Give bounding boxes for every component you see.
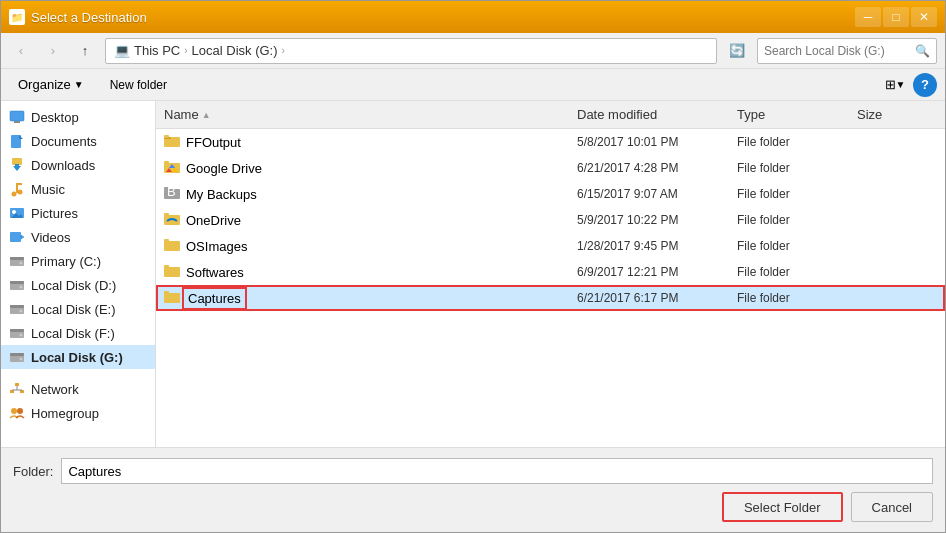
- local-g-icon: [9, 349, 25, 365]
- file-row-ffoutput[interactable]: FFOutput 5/8/2017 10:01 PM File folder: [156, 129, 945, 155]
- new-folder-button[interactable]: New folder: [101, 74, 176, 96]
- file-name-mybackups: My Backups: [186, 187, 257, 202]
- svg-point-37: [11, 408, 17, 414]
- back-button[interactable]: ‹: [9, 39, 33, 63]
- sidebar-label-primary-c: Primary (C:): [31, 254, 101, 269]
- content-area: Desktop Documents Downloads Music: [1, 101, 945, 447]
- cancel-button[interactable]: Cancel: [851, 492, 933, 522]
- folder-input[interactable]: [61, 458, 933, 484]
- sidebar: Desktop Documents Downloads Music: [1, 101, 156, 447]
- svg-text:B: B: [167, 186, 176, 199]
- close-button[interactable]: ✕: [911, 7, 937, 27]
- view-chevron-icon: ▼: [896, 79, 906, 90]
- svg-point-38: [17, 408, 23, 414]
- sidebar-item-local-e[interactable]: Local Disk (E:): [1, 297, 155, 321]
- file-name-captures: Captures: [186, 291, 243, 306]
- svg-rect-4: [12, 158, 22, 165]
- minimize-button[interactable]: ─: [855, 7, 881, 27]
- sidebar-item-network[interactable]: Network: [1, 377, 155, 401]
- file-type-mybackups: File folder: [737, 187, 857, 201]
- file-row-softwares[interactable]: Softwares 6/9/2017 12:21 PM File folder: [156, 259, 945, 285]
- organize-button[interactable]: Organize ▼: [9, 73, 93, 96]
- documents-icon: [9, 133, 25, 149]
- sidebar-item-videos[interactable]: Videos: [1, 225, 155, 249]
- sidebar-item-primary-c[interactable]: Primary (C:): [1, 249, 155, 273]
- file-name-ffoutput: FFOutput: [186, 135, 241, 150]
- file-date-googledrive: 6/21/2017 4:28 PM: [577, 161, 737, 175]
- sidebar-item-local-f[interactable]: Local Disk (F:): [1, 321, 155, 345]
- col-type[interactable]: Type: [737, 107, 857, 122]
- file-name-softwares: Softwares: [186, 265, 244, 280]
- forward-button[interactable]: ›: [41, 39, 65, 63]
- file-type-captures: File folder: [737, 291, 857, 305]
- svg-rect-0: [10, 111, 24, 121]
- svg-rect-54: [164, 267, 180, 277]
- file-row-googledrive[interactable]: Google Drive 6/21/2017 4:28 PM File fold…: [156, 155, 945, 181]
- sidebar-label-music: Music: [31, 182, 65, 197]
- svg-rect-17: [10, 257, 24, 260]
- breadcrumb-sep2: ›: [282, 45, 285, 56]
- downloads-icon: [9, 157, 25, 173]
- organize-label: Organize: [18, 77, 71, 92]
- sidebar-item-documents[interactable]: Documents: [1, 129, 155, 153]
- file-date-captures: 6/21/2017 6:17 PM: [577, 291, 737, 305]
- svg-point-18: [20, 262, 23, 265]
- maximize-button[interactable]: □: [883, 7, 909, 27]
- col-name[interactable]: Name ▲: [164, 107, 577, 122]
- search-input[interactable]: [764, 44, 911, 58]
- svg-point-27: [20, 334, 23, 337]
- col-size[interactable]: Size: [857, 107, 937, 122]
- svg-rect-6: [15, 164, 19, 169]
- svg-rect-26: [10, 329, 24, 332]
- svg-rect-55: [164, 265, 169, 268]
- file-row-captures[interactable]: Captures 6/21/2017 6:17 PM File folder: [156, 285, 945, 311]
- sidebar-item-music[interactable]: Music: [1, 177, 155, 201]
- breadcrumb[interactable]: 💻 This PC › Local Disk (G:) ›: [105, 38, 717, 64]
- breadcrumb-icon: 💻: [114, 43, 130, 58]
- breadcrumb-pc: This PC: [134, 43, 180, 58]
- svg-rect-41: [164, 135, 169, 138]
- sidebar-item-homegroup[interactable]: Homegroup: [1, 401, 155, 425]
- svg-rect-29: [10, 353, 24, 356]
- svg-point-7: [12, 192, 17, 197]
- svg-rect-52: [164, 241, 180, 251]
- file-date-onedrive: 5/9/2017 10:22 PM: [577, 213, 737, 227]
- search-bar: 🔍: [757, 38, 937, 64]
- help-button[interactable]: ?: [913, 73, 937, 97]
- up-button[interactable]: ↑: [73, 39, 97, 63]
- select-folder-button[interactable]: Select Folder: [722, 492, 843, 522]
- svg-rect-20: [10, 281, 24, 284]
- svg-point-12: [12, 210, 16, 214]
- desktop-icon: [9, 109, 25, 125]
- sidebar-item-downloads[interactable]: Downloads: [1, 153, 155, 177]
- nav-toolbar: ‹ › ↑ 💻 This PC › Local Disk (G:) › 🔄 🔍: [1, 33, 945, 69]
- svg-rect-43: [164, 161, 169, 164]
- button-row: Select Folder Cancel: [13, 492, 933, 522]
- network-icon: [9, 381, 25, 397]
- sidebar-label-local-e: Local Disk (E:): [31, 302, 116, 317]
- folder-row: Folder:: [13, 458, 933, 484]
- file-row-osimages[interactable]: OSImages 1/28/2017 9:45 PM File folder: [156, 233, 945, 259]
- sidebar-item-local-d[interactable]: Local Disk (D:): [1, 273, 155, 297]
- view-toggle-button[interactable]: ⊞ ▼: [881, 73, 909, 97]
- sidebar-item-local-g[interactable]: Local Disk (G:): [1, 345, 155, 369]
- col-date[interactable]: Date modified: [577, 107, 737, 122]
- sidebar-item-pictures[interactable]: Pictures: [1, 201, 155, 225]
- sidebar-item-desktop[interactable]: Desktop: [1, 105, 155, 129]
- pictures-icon: [9, 205, 25, 221]
- file-row-mybackups[interactable]: B My Backups 6/15/2017 9:07 AM File fold…: [156, 181, 945, 207]
- homegroup-icon: [9, 405, 25, 421]
- refresh-button[interactable]: 🔄: [725, 39, 749, 63]
- svg-point-21: [20, 286, 23, 289]
- folder-icon-softwares: [164, 264, 180, 280]
- file-name-googledrive: Google Drive: [186, 161, 262, 176]
- primary-c-icon: [9, 253, 25, 269]
- file-row-onedrive[interactable]: OneDrive 5/9/2017 10:22 PM File folder: [156, 207, 945, 233]
- svg-marker-3: [19, 135, 23, 139]
- svg-rect-1: [14, 121, 20, 123]
- search-icon: 🔍: [915, 44, 930, 58]
- videos-icon: [9, 229, 25, 245]
- dialog-title: Select a Destination: [31, 10, 147, 25]
- file-type-googledrive: File folder: [737, 161, 857, 175]
- svg-rect-31: [15, 383, 19, 386]
